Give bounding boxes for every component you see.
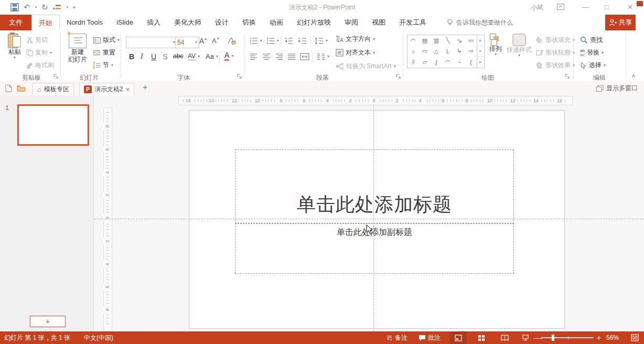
shape-item[interactable]: { [470,59,472,66]
bold-button[interactable]: B [129,52,134,61]
zoom-slider-track[interactable] [541,337,594,338]
justify-button[interactable] [287,52,296,61]
account-name[interactable]: 小斌 [531,3,543,12]
reset-button[interactable]: 重置 [93,48,115,57]
shape-item[interactable]: ~ [458,59,461,66]
slideshow-view-button[interactable] [517,331,534,344]
shape-item[interactable]: ⇨ [468,48,473,55]
shape-item[interactable]: ▭ [468,37,474,44]
shape-fill-button[interactable]: 形状填充 ▾ [536,36,575,45]
normal-view-button[interactable] [450,331,467,344]
tab-home[interactable]: 开始 [31,15,60,30]
layout-button[interactable]: 版式 ▾ [93,36,120,45]
share-button[interactable]: 共享 [605,15,636,30]
convert-smartart-button[interactable]: 转换为 SmartArt ▾ [336,62,396,71]
maximize-button[interactable]: □ [605,2,609,13]
language-indicator[interactable]: 中文(中国) [84,331,113,344]
zoom-slider-thumb[interactable] [552,335,554,341]
shape-item[interactable]: ◠ [411,37,416,44]
zoom-in-button[interactable]: + [597,331,601,344]
numbering-button[interactable]: ▾ [266,37,279,45]
collapse-ribbon-button[interactable]: ∧ [631,72,636,79]
subtitle-placeholder[interactable]: 单击此处添加副标题 [235,223,514,274]
tab-file[interactable]: 文件 [0,15,31,30]
new-document-icon[interactable] [5,84,12,92]
shapes-more-button[interactable]: ▾ [476,57,484,68]
shape-item[interactable]: L [446,48,449,55]
notes-button[interactable]: 备注 [386,331,407,344]
shape-outline-button[interactable]: 形状轮廓 ▾ [536,48,575,57]
shape-item[interactable]: △ [434,48,438,55]
tab-design[interactable]: 设计 [208,15,235,30]
text-direction-button[interactable]: 文字方向 ▾ [336,35,375,44]
shape-item[interactable]: ○ [412,48,415,55]
tab-insert[interactable]: 插入 [140,15,167,30]
replace-button[interactable]: ab ac 替换 ▾ [580,48,604,57]
tab-developer[interactable]: 开发工具 [392,15,433,30]
zoom-level[interactable]: 56% [606,331,619,344]
italic-button[interactable]: I [141,52,143,61]
shape-item[interactable]: ▥ [434,37,439,44]
change-case-button[interactable]: Aa ▾ [206,52,218,60]
shape-item[interactable]: ▭ [422,48,427,55]
shapes-scroll-up[interactable]: ▴ [476,35,484,46]
slide-sorter-view-button[interactable] [473,331,490,344]
slide-counter[interactable]: 幻灯片 第 1 张，共 1 张 [4,331,70,344]
increase-indent-button[interactable] [298,37,307,45]
fit-to-window-button[interactable] [626,331,643,344]
bullets-button[interactable]: ▾ [250,37,262,45]
shapes-gallery[interactable]: ◠ ▤ ▥ ╲ ↘ ▭ ○ ▭ △ L ↳ ⇨ ⇩ ▱ ʃ ◠ ~ { [407,35,477,68]
shrink-font-button[interactable]: A▾ [212,37,219,45]
shape-item[interactable]: ◠ [445,59,450,66]
new-slide-button[interactable]: * 新建 幻灯片 [65,34,90,63]
open-folder-icon[interactable] [17,85,26,92]
tell-me-box[interactable]: 告诉我你想要做什么 [447,15,513,30]
line-spacing-button[interactable]: ▾ [315,37,328,45]
format-painter-button[interactable]: 格式刷 [26,61,54,70]
align-left-button[interactable] [250,52,258,61]
minimize-button[interactable]: — [582,2,589,13]
clear-formatting-icon[interactable] [227,37,236,46]
close-button[interactable]: ✕ [627,2,633,13]
drawing-dialog-launcher[interactable] [565,74,570,79]
tab-islide[interactable]: iSlide [110,15,140,30]
grow-font-button[interactable]: A▴ [199,37,207,45]
tab-view[interactable]: 视图 [365,15,392,30]
tab-nordri-tools[interactable]: Nordri Tools [60,15,110,30]
select-button[interactable]: 选择 ▾ [580,61,606,70]
shapes-scroll-down[interactable]: ▾ [476,46,484,57]
font-name-combo[interactable]: ▾ [126,37,177,48]
add-slide-button[interactable]: + [30,316,66,327]
shape-item[interactable]: ʃ [436,59,437,66]
copy-button[interactable]: 复制 ▾ [26,48,52,57]
section-button[interactable]: 节 ▾ [93,61,113,70]
tab-animations[interactable]: 动画 [263,15,290,30]
font-dialog-launcher[interactable] [237,74,242,79]
vertical-ruler[interactable]: 8 6 4 2 0 2 4 6 8 [103,108,112,331]
quick-styles-button[interactable]: 快速样式 ▾ [506,34,533,58]
new-tab-button[interactable]: + [143,83,147,92]
distribute-button[interactable] [300,52,309,61]
shape-effects-button[interactable]: 形状效果 ▾ [536,61,575,70]
tab-review[interactable]: 审阅 [338,15,365,30]
align-right-button[interactable] [275,52,283,61]
strikethrough-button[interactable]: abc [173,52,183,60]
shape-item[interactable]: ↳ [457,48,461,55]
underline-button[interactable]: U [151,52,156,61]
shape-item[interactable]: ↘ [457,37,461,44]
zoom-out-button[interactable]: — [534,331,542,344]
clipboard-dialog-launcher[interactable] [53,74,59,79]
horizontal-ruler[interactable]: 16 14 12 10 8 6 4 2 0 2 4 6 8 10 12 14 1… [178,96,573,105]
align-text-button[interactable]: 对齐文本 ▾ [336,48,375,57]
shape-item[interactable]: ▤ [422,37,427,44]
tab-slideshow[interactable]: 幻灯片放映 [290,15,338,30]
tab-template-zone[interactable]: ⌂ 模板专区 [33,83,74,95]
show-multi-window-button[interactable]: 显示多窗口 [596,84,638,93]
title-placeholder[interactable]: 单击此处添加标题 [235,149,514,223]
shape-item[interactable]: ⇩ [411,59,415,66]
reading-view-button[interactable] [496,331,513,344]
comments-button[interactable]: 批注 [418,331,441,344]
tab-presentation2[interactable]: P 演示文稿2 × [79,83,134,95]
find-button[interactable]: 查找 [580,36,603,45]
character-spacing-button[interactable]: AV ▾ [188,52,200,60]
